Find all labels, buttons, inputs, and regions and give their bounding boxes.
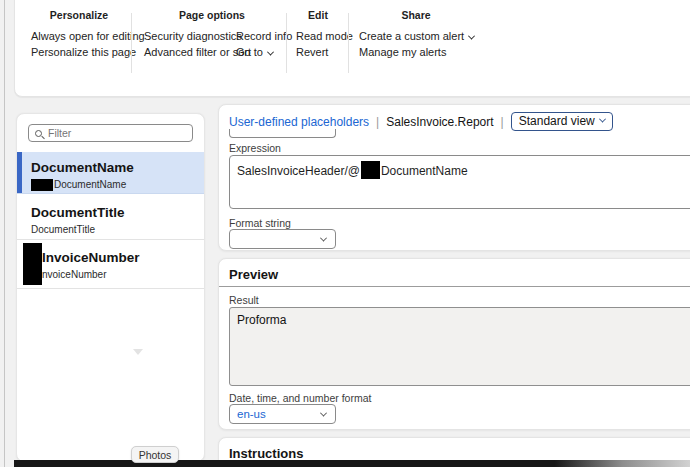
ribbon-divider bbox=[348, 13, 349, 73]
list-item-documentname[interactable]: DocumentName DocumentName bbox=[17, 152, 204, 194]
group-label-page-options: Page options bbox=[138, 9, 286, 21]
clipped-field[interactable] bbox=[229, 129, 336, 138]
create-custom-alert-label: Create a custom alert bbox=[359, 30, 464, 42]
bottom-edge-bar bbox=[14, 460, 690, 467]
record-info-button[interactable]: Record info bbox=[236, 30, 292, 42]
user-defined-placeholders-link[interactable]: User-defined placeholders bbox=[229, 115, 369, 129]
separator: | bbox=[376, 115, 379, 129]
expression-text-prefix: SalesInvoiceHeader/@ bbox=[237, 164, 360, 178]
list-item-documenttitle[interactable]: DocumentTitle DocumentTitle bbox=[17, 194, 204, 240]
list-item-subtitle-text: DocumentName bbox=[54, 179, 126, 191]
advanced-filter-or-sort-button[interactable]: Advanced filter or sort bbox=[144, 46, 251, 58]
section-divider bbox=[219, 286, 690, 287]
result-label: Result bbox=[229, 294, 259, 306]
photos-tooltip-pointer bbox=[133, 349, 143, 355]
expression-textarea[interactable]: SalesInvoiceHeader/@DocumentName bbox=[229, 155, 690, 209]
list-item-title: DocumentName bbox=[31, 159, 196, 176]
ribbon-group-share: Share Create a custom alert Manage my al… bbox=[353, 9, 479, 21]
ribbon-group-page-options: Page options Security diagnostics Advanc… bbox=[138, 9, 286, 21]
photos-button[interactable]: Photos bbox=[131, 446, 179, 463]
locale-label: Date, time, and number format bbox=[229, 392, 371, 404]
list-item-subtitle: nvoiceNumber bbox=[31, 269, 196, 281]
redaction-box bbox=[361, 161, 380, 179]
result-readonly-field: Proforma bbox=[229, 307, 690, 386]
locale-value: en-us bbox=[237, 408, 266, 420]
list-item-title: DocumentTitle bbox=[31, 204, 196, 221]
report-title: SalesInvoice.Report bbox=[386, 115, 493, 129]
redaction-box bbox=[31, 179, 53, 191]
go-to-button[interactable]: Go to bbox=[236, 46, 273, 58]
group-label-share: Share bbox=[353, 9, 479, 21]
ribbon-group-edit: Edit Read mode Revert bbox=[290, 9, 346, 21]
separator: | bbox=[501, 115, 504, 129]
always-open-for-editing-button[interactable]: Always open for editing bbox=[31, 30, 145, 42]
placeholder-form-card: User-defined placeholders | SalesInvoice… bbox=[218, 104, 690, 251]
ribbon: Personalize Always open for editing Pers… bbox=[14, 0, 690, 97]
ribbon-divider bbox=[286, 13, 287, 73]
chevron-down-icon bbox=[468, 32, 475, 39]
security-diagnostics-button[interactable]: Security diagnostics bbox=[144, 30, 242, 42]
filter-input[interactable]: Filter bbox=[28, 124, 193, 142]
preview-section: Preview Result Proforma Date, time, and … bbox=[218, 258, 690, 430]
locale-select[interactable]: en-us bbox=[229, 404, 336, 424]
view-selector-dropdown[interactable]: Standard view bbox=[511, 112, 613, 131]
expression-label: Expression bbox=[229, 142, 281, 154]
list-item-subtitle-text: nvoiceNumber bbox=[42, 269, 106, 281]
go-to-label: Go to bbox=[236, 46, 263, 58]
revert-button[interactable]: Revert bbox=[296, 46, 328, 58]
format-string-label: Format string bbox=[229, 217, 291, 229]
group-label-personalize: Personalize bbox=[17, 9, 141, 21]
chevron-down-icon bbox=[599, 116, 606, 123]
placeholder-list: DocumentName DocumentName DocumentTitle … bbox=[17, 152, 204, 289]
ribbon-divider bbox=[131, 13, 132, 73]
personalize-this-page-button[interactable]: Personalize this page bbox=[31, 46, 136, 58]
selection-indicator bbox=[17, 152, 22, 193]
view-selector-label: Standard view bbox=[519, 114, 595, 128]
search-icon bbox=[35, 130, 42, 137]
preview-heading: Preview bbox=[229, 267, 278, 282]
filter-placeholder: Filter bbox=[48, 127, 71, 139]
list-item-subtitle-text: DocumentTitle bbox=[31, 224, 95, 236]
group-label-edit: Edit bbox=[290, 9, 346, 21]
ribbon-group-personalize: Personalize Always open for editing Pers… bbox=[17, 9, 141, 21]
redaction-box bbox=[23, 243, 42, 285]
read-mode-button[interactable]: Read mode bbox=[296, 30, 353, 42]
create-custom-alert-button[interactable]: Create a custom alert bbox=[359, 30, 474, 42]
chevron-down-icon bbox=[320, 409, 327, 416]
left-pane-divider bbox=[4, 0, 5, 467]
chevron-down-icon bbox=[320, 234, 327, 241]
format-string-select[interactable] bbox=[229, 229, 336, 249]
chevron-down-icon bbox=[267, 48, 274, 55]
list-item-title: InvoiceNumber bbox=[31, 249, 196, 266]
list-item-subtitle: DocumentName bbox=[31, 179, 196, 191]
instructions-heading: Instructions bbox=[229, 446, 303, 461]
manage-my-alerts-button[interactable]: Manage my alerts bbox=[359, 46, 446, 58]
list-item-subtitle: DocumentTitle bbox=[31, 224, 196, 236]
expression-text-suffix: DocumentName bbox=[381, 164, 468, 178]
placeholder-list-panel: Filter DocumentName DocumentName Documen… bbox=[16, 113, 205, 462]
list-item-invoicenumber[interactable]: InvoiceNumber nvoiceNumber bbox=[17, 240, 204, 289]
